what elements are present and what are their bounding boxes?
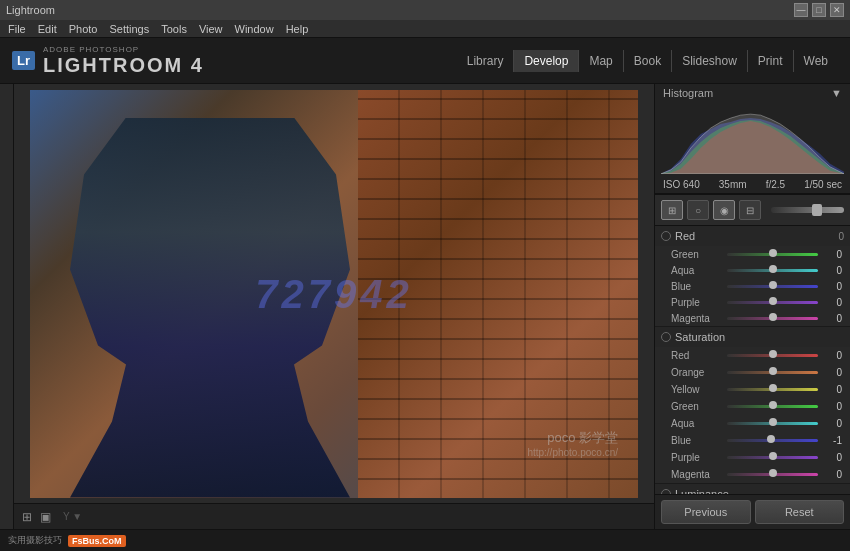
hue-green-track[interactable]: [727, 253, 818, 256]
tab-slideshow[interactable]: Slideshow: [672, 50, 748, 72]
sat-row-blue: Blue -1: [655, 432, 850, 449]
adobe-label: ADOBE PHOTOSHOP: [43, 45, 204, 54]
tool-minus[interactable]: ⊟: [739, 200, 761, 220]
right-panel: Histogram ▼: [654, 84, 850, 529]
coordinates: Y ▼: [63, 511, 82, 522]
hue-green-value: 0: [822, 249, 842, 260]
photo-info: ISO 640 35mm f/2.5 1/50 sec: [655, 176, 850, 194]
hue-aqua-thumb: [769, 265, 777, 273]
menu-settings[interactable]: Settings: [109, 23, 149, 35]
sat-red-label: Red: [671, 350, 723, 361]
sat-row-red: Red 0: [655, 347, 850, 364]
hue-section: Red 0 Green 0 Aqua 0: [655, 226, 850, 327]
tab-web[interactable]: Web: [794, 50, 838, 72]
tool-target[interactable]: ◉: [713, 200, 735, 220]
tab-book[interactable]: Book: [624, 50, 672, 72]
close-button[interactable]: ✕: [830, 3, 844, 17]
menu-help[interactable]: Help: [286, 23, 309, 35]
tab-library[interactable]: Library: [457, 50, 515, 72]
panel-scroll[interactable]: Red 0 Green 0 Aqua 0: [655, 226, 850, 494]
hue-magenta-thumb: [769, 313, 777, 321]
sat-row-magenta: Magenta 0: [655, 466, 850, 483]
hue-purple-label: Purple: [671, 297, 723, 308]
previous-button[interactable]: Previous: [661, 500, 751, 524]
sat-row-purple: Purple 0: [655, 449, 850, 466]
saturation-toggle[interactable]: [661, 332, 671, 342]
sat-purple-value: 0: [822, 452, 842, 463]
sat-yellow-thumb: [769, 384, 777, 392]
hue-magenta-track[interactable]: [727, 317, 818, 320]
sat-red-track[interactable]: [727, 354, 818, 357]
tab-print[interactable]: Print: [748, 50, 794, 72]
main-layout: 727942 poco 影学堂 http://photo.poco.cn/ ⊞ …: [0, 84, 850, 529]
hue-purple-track[interactable]: [727, 301, 818, 304]
menu-window[interactable]: Window: [235, 23, 274, 35]
histogram-canvas: [661, 104, 844, 174]
sat-blue-thumb: [767, 435, 775, 443]
histogram-section: Histogram ▼: [655, 84, 850, 195]
photo-container[interactable]: 727942 poco 影学堂 http://photo.poco.cn/: [14, 84, 654, 503]
luminance-header[interactable]: Luminance: [655, 484, 850, 494]
sat-row-orange: Orange 0: [655, 364, 850, 381]
sat-aqua-track[interactable]: [727, 422, 818, 425]
shutter-info: 1/50 sec: [804, 179, 842, 190]
menu-bar: File Edit Photo Settings Tools View Wind…: [0, 20, 850, 38]
app-header: Lr ADOBE PHOTOSHOP LIGHTROOM 4 Library D…: [0, 38, 850, 84]
sat-orange-label: Orange: [671, 367, 723, 378]
saturation-title: Saturation: [675, 331, 725, 343]
view-mode-icon[interactable]: ▣: [40, 510, 51, 524]
sat-purple-track[interactable]: [727, 456, 818, 459]
histogram-expand[interactable]: ▼: [831, 87, 842, 99]
hue-magenta-value: 0: [822, 313, 842, 324]
hue-toggle[interactable]: [661, 231, 671, 241]
hue-aqua-track[interactable]: [727, 269, 818, 272]
sat-aqua-value: 0: [822, 418, 842, 429]
sat-yellow-track[interactable]: [727, 388, 818, 391]
minimize-button[interactable]: —: [794, 3, 808, 17]
photo-bottom-bar: ⊞ ▣ Y ▼: [14, 503, 654, 529]
sat-magenta-label: Magenta: [671, 469, 723, 480]
person-silhouette: [70, 118, 350, 498]
reset-button[interactable]: Reset: [755, 500, 845, 524]
menu-file[interactable]: File: [8, 23, 26, 35]
hue-blue-value: 0: [822, 281, 842, 292]
hue-header[interactable]: Red 0: [655, 226, 850, 246]
sat-orange-track[interactable]: [727, 371, 818, 374]
menu-view[interactable]: View: [199, 23, 223, 35]
tab-map[interactable]: Map: [579, 50, 623, 72]
hue-row-green: Green 0: [655, 246, 850, 262]
sat-aqua-label: Aqua: [671, 418, 723, 429]
menu-photo[interactable]: Photo: [69, 23, 98, 35]
sat-row-aqua: Aqua 0: [655, 415, 850, 432]
zoom-icon[interactable]: ⊞: [22, 510, 32, 524]
tool-circle[interactable]: ○: [687, 200, 709, 220]
sat-aqua-thumb: [769, 418, 777, 426]
focal-info: 35mm: [719, 179, 747, 190]
hue-purple-thumb: [769, 297, 777, 305]
sat-green-label: Green: [671, 401, 723, 412]
tone-slider[interactable]: [771, 207, 844, 213]
sat-yellow-label: Yellow: [671, 384, 723, 395]
sat-blue-label: Blue: [671, 435, 723, 446]
tool-grid[interactable]: ⊞: [661, 200, 683, 220]
maximize-button[interactable]: □: [812, 3, 826, 17]
filmstrip: 实用摄影技巧 FsBus.CoM: [0, 529, 850, 551]
menu-edit[interactable]: Edit: [38, 23, 57, 35]
hue-value-top: 0: [838, 231, 844, 242]
menu-tools[interactable]: Tools: [161, 23, 187, 35]
tab-develop[interactable]: Develop: [514, 50, 579, 72]
sat-green-track[interactable]: [727, 405, 818, 408]
hue-aqua-value: 0: [822, 265, 842, 276]
hue-row-blue: Blue 0: [655, 278, 850, 294]
sat-blue-track[interactable]: [727, 439, 818, 442]
hue-aqua-label: Aqua: [671, 265, 723, 276]
sat-magenta-value: 0: [822, 469, 842, 480]
hue-title: Red: [675, 230, 695, 242]
histogram-chart: [661, 104, 844, 174]
hue-blue-track[interactable]: [727, 285, 818, 288]
saturation-header[interactable]: Saturation: [655, 327, 850, 347]
iso-info: ISO 640: [663, 179, 700, 190]
aperture-info: f/2.5: [766, 179, 785, 190]
sat-magenta-track[interactable]: [727, 473, 818, 476]
hue-purple-value: 0: [822, 297, 842, 308]
